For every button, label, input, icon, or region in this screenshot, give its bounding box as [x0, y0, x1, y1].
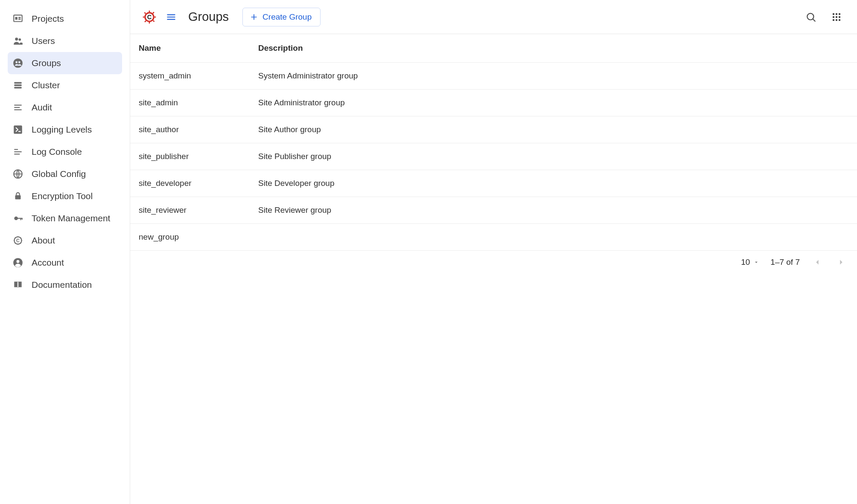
svg-rect-13	[14, 107, 20, 108]
token-icon	[12, 212, 24, 224]
svg-rect-47	[836, 13, 837, 15]
encryption-icon	[12, 190, 24, 202]
cell-description: Site Administrator group	[258, 98, 848, 107]
sidebar-item-label: Audit	[32, 102, 52, 113]
sidebar-item-users[interactable]: Users	[8, 30, 122, 52]
svg-rect-25	[22, 218, 23, 220]
sidebar-item-label: About	[32, 235, 55, 246]
sidebar-item-documentation[interactable]: Documentation	[8, 274, 122, 296]
audit-icon	[12, 101, 24, 113]
sidebar-item-label: Logging Levels	[32, 125, 92, 135]
table-header: Name Description	[130, 34, 857, 63]
svg-rect-30	[149, 10, 150, 12]
cell-description: Site Author group	[258, 125, 848, 134]
search-button[interactable]	[802, 9, 819, 26]
table-row[interactable]: system_adminSystem Administrator group	[130, 63, 857, 90]
cell-name: site_publisher	[139, 152, 258, 161]
main-area: C Groups Create Group Name	[130, 0, 857, 504]
about-icon: C	[12, 235, 24, 246]
svg-rect-0	[14, 15, 22, 21]
cell-name: system_admin	[139, 71, 258, 81]
svg-rect-33	[154, 16, 156, 17]
cell-name: site_admin	[139, 98, 258, 107]
svg-rect-41	[167, 19, 175, 20]
create-group-button[interactable]: Create Group	[242, 8, 321, 26]
svg-rect-48	[839, 13, 840, 15]
svg-rect-49	[833, 16, 834, 18]
svg-point-6	[13, 58, 23, 68]
svg-text:C: C	[147, 14, 152, 20]
sidebar-item-token[interactable]: Token Management	[8, 207, 122, 229]
svg-rect-32	[143, 16, 145, 17]
sidebar-item-about[interactable]: CAbout	[8, 229, 122, 252]
plus-icon	[250, 13, 258, 21]
table-row[interactable]: site_developerSite Developer group	[130, 170, 857, 197]
svg-rect-10	[14, 84, 21, 86]
projects-icon	[12, 13, 24, 25]
next-page-button[interactable]	[835, 258, 848, 267]
page-size-select[interactable]: 10	[741, 258, 759, 267]
pagination-range: 1–7 of 7	[770, 258, 800, 267]
svg-point-5	[19, 38, 21, 41]
sidebar-item-label: Projects	[32, 14, 64, 24]
sidebar-item-label: Documentation	[32, 280, 92, 290]
svg-rect-2	[18, 17, 20, 18]
account-icon	[12, 257, 24, 269]
sidebar: ProjectsUsersGroupsClusterAuditLogging L…	[0, 0, 130, 504]
apps-grid-button[interactable]	[828, 9, 845, 26]
column-header-description[interactable]: Description	[258, 43, 848, 53]
groups-table: Name Description system_adminSystem Admi…	[130, 34, 857, 251]
svg-point-4	[15, 38, 18, 41]
column-header-name[interactable]: Name	[139, 43, 258, 53]
svg-rect-11	[14, 87, 21, 89]
documentation-icon	[12, 279, 24, 291]
sidebar-item-label: Users	[32, 36, 55, 46]
sidebar-item-projects[interactable]: Projects	[8, 8, 122, 30]
page-size-value: 10	[741, 258, 750, 267]
sidebar-item-label: Log Console	[32, 147, 82, 157]
sidebar-item-audit[interactable]: Audit	[8, 96, 122, 119]
svg-rect-43	[251, 17, 257, 17]
topbar: C Groups Create Group	[130, 0, 857, 34]
table-row[interactable]: site_adminSite Administrator group	[130, 90, 857, 116]
svg-rect-23	[17, 218, 22, 219]
svg-rect-54	[839, 19, 840, 21]
cell-name: site_reviewer	[139, 206, 258, 215]
app-logo-icon: C	[142, 10, 157, 24]
table-row[interactable]: site_authorSite Author group	[130, 116, 857, 143]
svg-rect-9	[14, 82, 21, 84]
sidebar-item-groups[interactable]: Groups	[8, 52, 122, 74]
svg-rect-3	[18, 18, 20, 20]
sidebar-item-encryption[interactable]: Encryption Tool	[8, 185, 122, 207]
table-row[interactable]: site_publisherSite Publisher group	[130, 143, 857, 170]
sidebar-item-global-config[interactable]: Global Config	[8, 163, 122, 185]
sidebar-item-cluster[interactable]: Cluster	[8, 74, 122, 96]
table-row[interactable]: new_group	[130, 224, 857, 251]
cell-name: new_group	[139, 232, 258, 242]
svg-rect-18	[14, 151, 21, 152]
cell-description	[258, 232, 848, 242]
sidebar-item-label: Groups	[32, 58, 61, 68]
svg-rect-12	[14, 105, 21, 106]
menu-toggle-icon[interactable]	[165, 11, 177, 23]
svg-rect-16	[18, 131, 20, 132]
cell-description: Site Developer group	[258, 179, 848, 188]
sidebar-item-logging-levels[interactable]: Logging Levels	[8, 119, 122, 141]
table-row[interactable]: site_reviewerSite Reviewer group	[130, 197, 857, 224]
svg-point-7	[15, 61, 17, 63]
svg-rect-39	[167, 14, 175, 15]
svg-rect-17	[14, 149, 18, 150]
sidebar-item-account[interactable]: Account	[8, 252, 122, 274]
svg-rect-24	[20, 218, 21, 220]
cluster-icon	[12, 79, 24, 91]
svg-rect-14	[14, 109, 21, 110]
svg-point-22	[14, 217, 18, 220]
sidebar-item-label: Encryption Tool	[32, 191, 93, 201]
prev-page-button[interactable]	[811, 258, 824, 267]
svg-rect-50	[836, 16, 837, 18]
svg-point-8	[18, 61, 20, 63]
svg-rect-51	[839, 16, 840, 18]
cell-description: Site Publisher group	[258, 152, 848, 161]
sidebar-item-log-console[interactable]: Log Console	[8, 141, 122, 163]
cell-description: Site Reviewer group	[258, 206, 848, 215]
